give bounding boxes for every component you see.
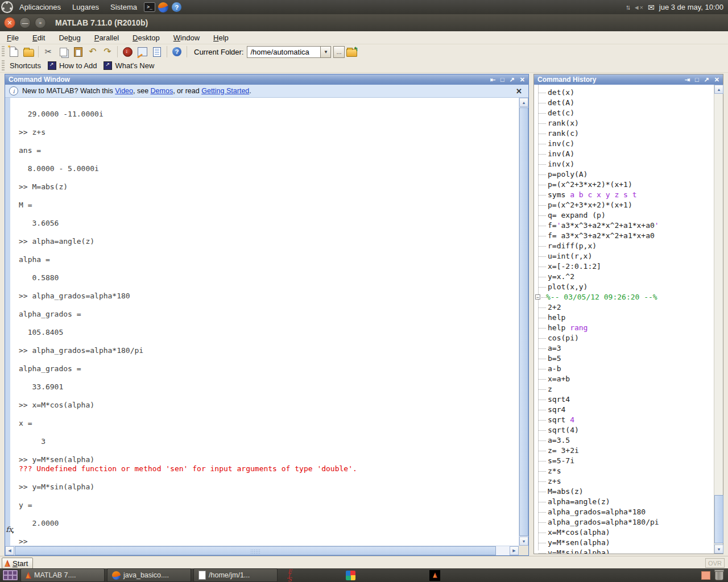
guide-button[interactable]	[135, 45, 149, 58]
volume-muted-icon[interactable]: ◄×	[634, 4, 643, 11]
history-item[interactable]: x=M*cos(alpha)	[534, 527, 714, 538]
simulink-button[interactable]	[121, 45, 134, 58]
history-item[interactable]: inv(c)	[534, 139, 714, 149]
history-item[interactable]: z= 3+2i	[534, 446, 714, 456]
menu-desktop[interactable]: Desktop	[126, 32, 167, 43]
history-item[interactable]: x=a+b	[534, 374, 714, 384]
history-item[interactable]: p=(x^2+3*x+2)*(x+1)	[534, 200, 714, 210]
redo-button[interactable]: ↷	[101, 45, 114, 58]
history-item[interactable]: help	[534, 313, 714, 323]
history-item[interactable]: p=(x^2+3*x+2)*(x+1)	[534, 180, 714, 190]
up-folder-button[interactable]	[345, 45, 359, 58]
help-launcher-icon[interactable]: ?	[171, 2, 183, 13]
history-item[interactable]: det(c)	[534, 108, 714, 118]
shortcuts-grip[interactable]	[2, 60, 5, 72]
terminal-launcher-icon[interactable]: >_	[143, 2, 156, 13]
window-close-button[interactable]: ✕	[4, 17, 15, 28]
menu-lugares[interactable]: Lugares	[67, 3, 105, 11]
undock-icon[interactable]: ↗	[704, 76, 709, 84]
scroll-up-icon[interactable]: ▲	[714, 85, 723, 94]
history-item[interactable]: a-b	[534, 364, 714, 374]
history-item[interactable]: 2+2	[534, 302, 714, 313]
history-item[interactable]: alpha_grados=alpha*180	[534, 507, 714, 517]
history-item[interactable]: a=3.5	[534, 435, 714, 446]
history-item[interactable]: y=M*sen(alpha)	[534, 538, 714, 548]
scroll-down-icon[interactable]: ▼	[519, 537, 528, 546]
maximize-icon[interactable]: □	[695, 76, 699, 83]
history-item[interactable]: cos(pi)	[534, 333, 714, 343]
start-button[interactable]: Start	[2, 558, 33, 569]
current-folder-value[interactable]: /home/automatica	[247, 48, 320, 56]
shortcut-how-to-add[interactable]: How to Add	[59, 61, 97, 70]
scroll-up-icon[interactable]: ▲	[519, 98, 528, 107]
history-item[interactable]: z	[534, 384, 714, 394]
history-item[interactable]: r=diff(p,x)	[534, 241, 714, 251]
new-file-button[interactable]	[7, 45, 20, 58]
menu-parallel[interactable]: Parallel	[88, 32, 126, 43]
taskbar-item-matlab[interactable]: MATLAB 7....	[20, 568, 105, 582]
history-item[interactable]: rank(x)	[534, 118, 714, 128]
history-item[interactable]: u=int(r,x)	[534, 251, 714, 261]
network-icon[interactable]: ↑↓	[626, 3, 629, 11]
fx-function-hint-icon[interactable]: fx	[6, 525, 15, 534]
banner-link-getting-started[interactable]: Getting Started	[201, 87, 249, 95]
maximize-icon[interactable]: □	[500, 76, 504, 83]
history-item[interactable]: plot(x,y)	[534, 282, 714, 292]
history-item[interactable]: f='a3*x^3+a2*x^2+a1*x+a0'	[534, 221, 714, 231]
history-item[interactable]: det(A)	[534, 98, 714, 108]
menu-file[interactable]: File	[0, 32, 26, 43]
console-vertical-scrollbar[interactable]: ▲ ▼	[519, 98, 528, 546]
history-item[interactable]: s=5-7i	[534, 456, 714, 466]
command-window-header[interactable]: Command Window ⇤ □ ↗ ✕	[5, 74, 528, 85]
ejs-app-icon[interactable]: EJS	[288, 569, 295, 581]
ubuntu-logo-icon[interactable]	[1, 2, 13, 13]
paste-button[interactable]	[71, 45, 85, 58]
history-item[interactable]: y=M*sin(alpha)	[534, 548, 714, 554]
history-item[interactable]: alpha=angle(z)	[534, 497, 714, 507]
matlab-splash-icon[interactable]	[429, 570, 440, 581]
taskbar-item-firefox[interactable]: java_basico....	[107, 568, 191, 582]
menu-help[interactable]: Help	[206, 32, 235, 43]
copy-button[interactable]	[56, 45, 70, 58]
scrollbar-thumb[interactable]	[714, 495, 723, 543]
pinwheel-app-icon[interactable]	[346, 571, 355, 580]
history-item[interactable]: f= a3*x^3+a2*x^2+a1*x+a0	[534, 231, 714, 241]
history-item[interactable]: M=abs(z)	[534, 487, 714, 497]
history-item[interactable]: q= expand (p)	[534, 210, 714, 221]
close-icon[interactable]: ✕	[714, 76, 719, 84]
undo-button[interactable]: ↶	[86, 45, 100, 58]
shortcut-whats-new[interactable]: What's New	[115, 61, 154, 70]
console-horizontal-scrollbar[interactable]: ◀ ▶	[5, 546, 519, 555]
mail-icon[interactable]: ✉	[648, 3, 655, 12]
undock-icon[interactable]: ↗	[510, 76, 515, 84]
dock-icon[interactable]: ⇤	[490, 76, 495, 84]
sticky-note-icon[interactable]	[701, 571, 710, 580]
history-item[interactable]: alpha_grados=alpha*180/pi	[534, 517, 714, 527]
cut-button[interactable]: ✂	[42, 45, 55, 58]
history-item[interactable]: a=3	[534, 343, 714, 354]
shortcut-icon[interactable]	[104, 61, 112, 70]
scroll-right-icon[interactable]: ▶	[510, 546, 519, 555]
history-item[interactable]: y=x.^2	[534, 272, 714, 282]
scroll-down-icon[interactable]: ▼	[714, 544, 723, 554]
close-icon[interactable]: ✕	[520, 76, 525, 84]
taskbar-item-document[interactable]: /home/jm/1...	[193, 568, 278, 582]
open-file-button[interactable]	[22, 45, 35, 58]
firefox-launcher-icon[interactable]	[157, 2, 169, 13]
menu-sistema[interactable]: Sistema	[105, 3, 143, 11]
history-item[interactable]: sqrt(4)	[534, 425, 714, 435]
history-item[interactable]: sqrt4	[534, 394, 714, 405]
menu-debug[interactable]: Debug	[52, 32, 87, 43]
scrollbar-thumb[interactable]	[519, 107, 528, 536]
browse-folder-button[interactable]: ...	[333, 46, 344, 58]
chevron-down-icon[interactable]: ▼	[320, 47, 330, 57]
command-history-header[interactable]: Command History ⇥ □ ↗ ✕	[534, 74, 723, 85]
trash-icon[interactable]	[715, 571, 723, 580]
profiler-button[interactable]	[150, 45, 164, 58]
history-item[interactable]: sqrt 4	[534, 415, 714, 425]
history-item[interactable]: p=poly(A)	[534, 169, 714, 180]
menu-aplicaciones[interactable]: Aplicaciones	[14, 3, 67, 11]
history-item[interactable]: help rang	[534, 323, 714, 333]
clock[interactable]: jue 3 de may, 10:00	[659, 3, 723, 11]
history-item[interactable]: b=5	[534, 354, 714, 364]
